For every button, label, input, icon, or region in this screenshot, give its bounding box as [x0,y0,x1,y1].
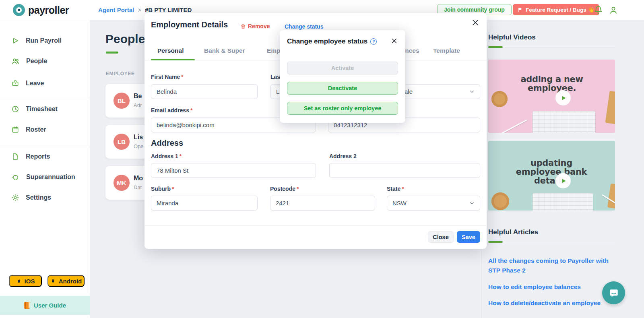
tab-template[interactable]: Template [433,47,460,54]
user-guide-label: User Guide [34,302,66,309]
article-link-delete-deactivate[interactable]: How to delete/deactivate an employee [488,298,613,308]
play-button-icon[interactable] [555,173,571,188]
sidebar-item-label: Leave [26,80,44,87]
sidebar-item-reports[interactable]: Reports [0,151,90,163]
sidebar-nav: Run Payroll People Leave Timesheet Roste… [0,20,90,318]
sidebar-item-settings[interactable]: Settings [0,192,90,204]
employee-name: Be [134,93,142,100]
required-asterisk: * [172,186,174,192]
employee-name: Lis [134,134,143,141]
set-roster-only-button[interactable]: Set as roster only employee [287,102,398,115]
employee-name: Mo [134,175,143,182]
save-button[interactable]: Save [457,231,480,243]
help-question-icon[interactable]: ? [370,38,377,45]
heading-accent-bar [488,241,503,243]
feature-request-label: Feature Request / Bugs 👋 [526,6,594,13]
sidebar-item-label: Run Payroll [26,37,62,44]
suburb-input[interactable] [151,196,258,211]
state-value: NSW [392,200,407,206]
article-link-edit-balances[interactable]: How to edit employee balances [488,282,613,292]
close-button[interactable]: Close [428,231,454,243]
wooden-coaster-decor [491,192,509,210]
required-asterisk: * [190,107,192,114]
payroller-logo[interactable]: payroller [13,4,69,16]
required-asterisk: * [181,74,183,80]
employee-column-header: EMPLOYEE [106,71,134,76]
employee-subtitle: Ope [134,143,144,149]
sidebar-item-timesheet[interactable]: Timesheet [0,103,90,115]
popup-close-icon[interactable] [391,37,398,44]
page-title-accent-bar [106,52,118,54]
user-guide-link[interactable]: User Guide [0,296,90,315]
chat-widget-button[interactable] [602,281,625,304]
breadcrumb-separator: > [138,6,141,13]
briefcase-icon [11,79,19,87]
video-thumbnail-adding-employee[interactable]: adding a new employee. [488,60,615,133]
postcode-label: Postcode* [270,186,299,192]
tab-bank-super[interactable]: Bank & Super [204,47,245,54]
trash-icon [240,23,246,29]
piggy-bank-icon [11,173,20,182]
address1-input[interactable] [151,163,316,178]
modal-title: Employment Details [151,20,228,29]
sidebar-item-superannuation[interactable]: Superannuation [0,171,90,183]
ios-app-button[interactable]: iOS [9,275,42,287]
breadcrumb-agent-portal[interactable]: Agent Portal [98,6,134,13]
book-icon [24,302,30,309]
sidebar-item-label: Timesheet [26,105,58,113]
email-label: Email address* [151,107,192,114]
sidebar-item-roster[interactable]: Roster [0,124,90,136]
gear-icon [11,194,19,202]
chat-bubble-icon [609,288,619,298]
state-label: State* [387,186,404,192]
sidebar-item-label: Roster [26,126,46,133]
change-status-link[interactable]: Change status [285,23,323,30]
first-name-input[interactable] [151,84,258,99]
sidebar-item-people[interactable]: People [0,55,90,67]
flag-icon [518,7,523,12]
change-status-popup: Change employee status ? Activate Deacti… [280,30,405,123]
sidebar-item-label: Superannuation [26,173,75,181]
employee-subtitle: Dat [134,184,142,190]
sidebar-item-label: People [26,58,47,65]
clock-icon [11,105,19,113]
video-caption: updating employee bank details. [509,159,594,185]
feature-request-button[interactable]: Feature Request / Bugs 👋 [513,4,599,15]
wood-block-decor [605,91,615,125]
required-asterisk: * [402,186,404,192]
video-thumbnail-updating-bank-details[interactable]: updating employee bank details. [488,141,615,211]
wood-block-decor [607,184,615,209]
tab-personal[interactable]: Personal [157,47,184,54]
employee-subtitle: Adr [134,102,142,108]
deactivate-button[interactable]: Deactivate [287,82,398,95]
article-link-stp-phase-2[interactable]: All the changes coming to Payroller with… [488,256,613,275]
notifications-bell-icon[interactable] [594,5,603,16]
chevron-down-icon [469,200,475,206]
helpful-articles-heading: Helpful Articles [488,228,538,236]
user-account-icon[interactable] [609,5,618,17]
modal-close-icon[interactable] [471,19,479,27]
payroller-logo-icon [13,4,25,16]
play-button-icon[interactable] [555,90,571,105]
android-app-button[interactable]: Android [47,275,85,287]
breadcrumb: Agent Portal > #B PTY LIMITED [98,6,192,13]
sidebar-item-leave[interactable]: Leave [0,77,90,89]
required-asterisk: * [297,186,299,192]
postcode-input[interactable] [270,196,375,211]
sidebar-divider [0,98,90,98]
state-select[interactable]: NSW [387,196,480,211]
page-title: People [105,32,145,46]
sidebar-item-run-payroll[interactable]: Run Payroll [0,35,90,47]
run-payroll-play-icon [11,37,19,45]
heading-rule [488,242,615,242]
remove-employee-button[interactable]: Remove [240,23,270,29]
breadcrumb-company: #B PTY LIMITED [145,6,192,13]
document-icon [11,153,19,161]
android-label: Android [59,278,82,285]
people-icon [11,57,20,66]
android-icon [50,278,56,284]
address2-input[interactable] [329,163,480,178]
activate-button[interactable]: Activate [287,62,398,74]
ios-label: iOS [25,278,35,285]
video-caption: adding a new employee. [520,75,584,93]
